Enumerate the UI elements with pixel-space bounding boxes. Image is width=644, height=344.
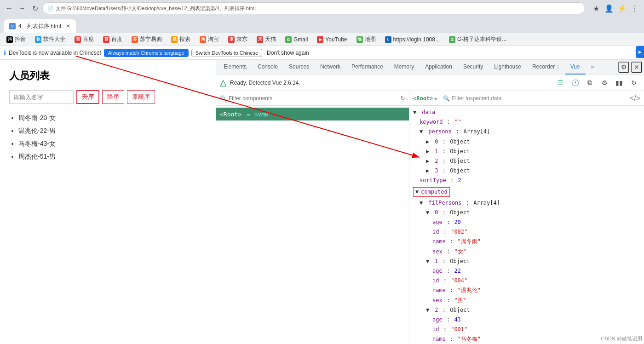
forward-button[interactable]: →	[17, 3, 28, 14]
fp1-name-row: name : "温兆伦"	[409, 286, 644, 295]
inspector-content: ▼ data keyword : "" ▼ persons : Ar	[409, 106, 644, 344]
asc-sort-button[interactable]: 升序	[76, 90, 99, 104]
persons-3-toggle[interactable]: ▶	[426, 166, 431, 175]
data-section-toggle[interactable]: ▼	[413, 108, 418, 117]
tab-favicon: V	[9, 23, 16, 29]
tab-recorder[interactable]: Recorder ↑	[527, 60, 565, 75]
bookmark-tianmao[interactable]: 天 天猫	[254, 34, 279, 44]
filpersons-toggle[interactable]: ▼	[420, 199, 424, 207]
computed-section-row: ▼ computed -	[409, 187, 644, 197]
persons-3-row: ▶ 3 : Object	[409, 166, 644, 176]
bookmark-ditu[interactable]: 地 地图	[354, 34, 379, 44]
network-tab-label: Network	[320, 63, 340, 70]
fp0-name-key: name	[432, 238, 446, 245]
vue-component-tree-icon[interactable]: ☰	[554, 76, 567, 89]
bookmark-icon: 软	[35, 36, 41, 43]
persons-0-toggle[interactable]: ▶	[426, 138, 431, 146]
tab-security[interactable]: Security	[458, 60, 489, 75]
persons-3-type: Object	[450, 167, 470, 174]
tab-close-icon[interactable]: ✕	[66, 23, 70, 29]
bookmark-taobao[interactable]: 淘 淘宝	[197, 34, 222, 44]
tab-vue[interactable]: Vue	[565, 60, 586, 75]
root-component-item[interactable]: <Root> = $vm0	[216, 108, 409, 120]
bookmark-star-icon[interactable]: ★	[591, 3, 602, 14]
bookmark-baidu2[interactable]: 百 百度	[100, 34, 125, 44]
dont-show-again[interactable]: Don't show again	[267, 50, 309, 56]
bookmark-suning[interactable]: 苏 苏宁易购	[129, 34, 165, 44]
browser-actions: ★ 👤 ⚡ ⋮	[591, 3, 640, 14]
persons-row: ▼ persons : Array[4]	[409, 127, 644, 137]
fp2-id-val: "001"	[451, 326, 467, 333]
component-tree-panel: 🔍 ↻ <Root> = $vm0	[216, 91, 409, 344]
tab-sources[interactable]: Sources	[283, 60, 315, 75]
profile-icon[interactable]: 👤	[604, 3, 615, 14]
computed-section-toggle[interactable]: ▼	[415, 188, 420, 196]
persons-1-toggle[interactable]: ▶	[426, 147, 431, 156]
tab-memory[interactable]: Memory	[389, 60, 420, 75]
filpersons-2-toggle[interactable]: ▼	[426, 306, 431, 315]
bookmark-gezi[interactable]: G G-格子达本科毕设...	[446, 34, 509, 44]
fp2-age-key: age	[432, 316, 443, 323]
security-tab-label: Security	[463, 63, 483, 70]
csdn-sidebar[interactable]: ▶	[636, 46, 644, 58]
tab-network[interactable]: Network	[315, 60, 346, 75]
always-match-button[interactable]: Always match Chrome's language	[104, 49, 189, 57]
bookmark-jd[interactable]: 京 京东	[225, 34, 250, 44]
csdn-badge: CSDN @做笔记用	[601, 335, 642, 342]
inspector-search-label: Filter inspected data	[452, 95, 501, 102]
close-devtools-icon[interactable]: ✕	[631, 62, 642, 73]
csdn-sidebar-text: ▶	[638, 50, 643, 54]
address-bar[interactable]: 📄 文件 G:/360MoveData/Users/静小文/Desktop/vu…	[42, 2, 585, 14]
bookmark-douyin[interactable]: 抖 抖音	[4, 34, 29, 44]
bookmark-login[interactable]: L https://login.1008...	[382, 35, 443, 44]
vue-inspect-icon[interactable]: ⧉	[583, 76, 596, 89]
fp0-sex-key: sex	[432, 248, 443, 255]
bookmarks-bar: 抖 抖音 软 软件大全 百 百度 百 百度 苏 苏宁易购 搜 搜索 淘 淘宝 京…	[0, 33, 644, 46]
component-search-input[interactable]	[229, 95, 398, 102]
tab-elements[interactable]: Elements	[218, 60, 252, 75]
settings-icon[interactable]: ⚙	[618, 62, 629, 73]
search-area: 升序 降序 原顺序	[9, 90, 207, 104]
desc-sort-button[interactable]: 降序	[102, 90, 124, 104]
tab-lighthouse[interactable]: Lighthouse	[489, 60, 527, 75]
inspector-root-label: <Root>	[413, 95, 433, 102]
bookmark-icon: ▶	[317, 36, 323, 43]
application-tab-label: Application	[425, 63, 452, 70]
persons-2-type: Object	[450, 158, 470, 164]
vue-chart-icon[interactable]: ▮▮	[613, 76, 626, 89]
bookmark-soft[interactable]: 软 软件大全	[32, 34, 68, 44]
menu-icon[interactable]: ⋮	[629, 3, 640, 14]
persons-toggle[interactable]: ▼	[420, 127, 424, 136]
persons-2-toggle[interactable]: ▶	[426, 157, 431, 166]
filpersons-2-type: Object	[450, 307, 470, 313]
filpersons-0-toggle[interactable]: ▼	[426, 208, 431, 217]
bookmark-icon: L	[385, 36, 391, 43]
switch-devtools-button[interactable]: Switch DevTools to Chinese	[191, 49, 262, 57]
vue-history-icon[interactable]: 🕐	[569, 76, 581, 89]
back-button[interactable]: ←	[4, 3, 15, 14]
bookmark-icon: 百	[75, 36, 81, 43]
filpersons-1-toggle[interactable]: ▼	[426, 257, 431, 266]
inspector-edit-icon[interactable]: </>	[630, 94, 640, 103]
tab-console[interactable]: Console	[252, 60, 283, 75]
persons-1-type: Object	[450, 148, 470, 155]
bookmark-gmail[interactable]: G Gmail	[282, 35, 310, 44]
vue-settings-icon[interactable]: ⚙	[598, 76, 611, 89]
reload-button[interactable]: ↻	[29, 3, 40, 14]
tab-application[interactable]: Application	[420, 60, 458, 75]
extension-icon[interactable]: ⚡	[616, 3, 627, 14]
inspector-arrow-icon: ▸	[435, 95, 437, 102]
original-sort-button[interactable]: 原顺序	[127, 90, 155, 104]
persons-2-key: 2	[435, 158, 438, 164]
bookmark-sogou[interactable]: 搜 搜索	[168, 34, 193, 44]
active-tab[interactable]: V 4、列表排序.html ✕	[4, 19, 76, 33]
search-input[interactable]	[9, 90, 74, 104]
tab-performance[interactable]: Performance	[346, 60, 389, 75]
tree-refresh-icon[interactable]: ↻	[400, 95, 405, 102]
vue-refresh-icon[interactable]: ↻	[627, 76, 640, 89]
persons-type: Array[4]	[464, 128, 490, 135]
tab-more[interactable]: »	[586, 60, 600, 75]
bookmark-baidu1[interactable]: 百 百度	[72, 34, 97, 44]
memory-tab-label: Memory	[394, 63, 414, 70]
bookmark-youtube[interactable]: ▶ YouTube	[314, 35, 350, 44]
